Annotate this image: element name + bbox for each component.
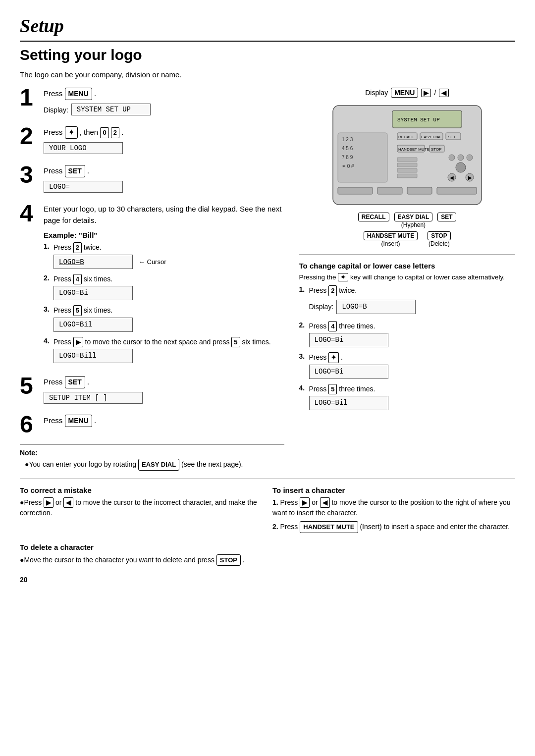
intro-text: The logo can be your company, division o… — [20, 70, 515, 79]
cap3-display: LOGO=Bi — [309, 365, 388, 379]
key-5-sub4: 5 — [231, 337, 240, 348]
capital-intro: Pressing the ✦ key will change to capita… — [299, 273, 516, 281]
step-1-number: 1 — [20, 86, 39, 109]
section-title: Setting your logo — [20, 47, 515, 63]
svg-text:HANDSET MUTE: HANDSET MUTE — [398, 147, 429, 152]
sub-step-4-4-content: Press ▶ to move the cursor to the next s… — [54, 337, 271, 366]
back-key-insert: ◀ — [320, 497, 330, 508]
key-2-sub1: 2 — [73, 242, 82, 253]
recall-label: RECALL — [358, 213, 389, 228]
example-title: Example: "Bill" — [44, 231, 284, 239]
sub-step-4-1-num: 1. — [44, 242, 51, 250]
note-section: Note: ●You can enter your logo by rotati… — [20, 444, 284, 471]
svg-point-20 — [467, 155, 473, 161]
set-key-label: SET — [437, 213, 456, 221]
svg-rect-32 — [407, 187, 432, 194]
sub-step-4-3-num: 3. — [44, 305, 51, 313]
step-1-content: Press MENU . Display: SYSTEM SET UP — [44, 88, 284, 119]
key-2: 2 — [111, 127, 119, 138]
step-6-text: Press MENU . — [44, 415, 284, 427]
set-label: SET — [437, 213, 456, 228]
svg-rect-31 — [377, 187, 402, 194]
note-title: Note: — [20, 449, 38, 457]
hash-key-cap3: ✦ — [328, 352, 339, 363]
page-title: Setup — [20, 15, 515, 42]
step-3-number: 3 — [20, 163, 39, 187]
back-key-correct: ◀ — [63, 497, 73, 508]
set-key-2: SET — [65, 376, 85, 388]
svg-text:1  2  3: 1 2 3 — [342, 137, 353, 142]
sub-step-4-1: 1. Press 2 twice. LOGO=B ← Cursor — [44, 242, 284, 271]
capital-sub-3: 3. Press ✦ . LOGO=Bi — [299, 352, 516, 381]
set-key-1: SET — [65, 165, 85, 177]
device-button-labels-row2: HANDSET MUTE (Insert) STOP (Delete) — [323, 231, 491, 247]
bottom-grid: To correct a mistake ●Press ▶ or ◀ to mo… — [20, 479, 515, 566]
capital-section: To change capital or lower case letters … — [299, 262, 516, 412]
capital-sub-1: 1. Press 2 twice. Display: LOGO=B — [299, 285, 516, 318]
menu-key-device: MENU — [391, 88, 418, 98]
easy-dial-label: EASY DIAL (Hyphen) — [394, 213, 433, 228]
step-5-text: Press SET . — [44, 376, 284, 388]
capital-sub-3-num: 3. — [299, 352, 306, 360]
sub-step-4-4: 4. Press ▶ to move the cursor to the nex… — [44, 337, 284, 366]
key-5-sub3: 5 — [73, 305, 82, 316]
forward-key-device: ▶ — [421, 89, 431, 97]
hash-key-1: ✦ — [65, 126, 78, 139]
svg-rect-30 — [338, 187, 373, 194]
step-5-display-row: SETUP ITEM [ ] — [44, 390, 284, 406]
step-4-number: 4 — [20, 202, 39, 225]
insert-char-title: To insert a character — [272, 486, 515, 494]
delete-label: (Delete) — [428, 240, 450, 247]
sub-step-4-2-content: Press 4 six times. LOGO=Bi — [54, 274, 133, 303]
step-1-display-row: Display: SYSTEM SET UP — [44, 102, 284, 117]
key-2-cap1: 2 — [328, 285, 337, 296]
step-5: 5 Press SET . SETUP ITEM [ ] — [20, 376, 284, 408]
correct-mistake-title: To correct a mistake — [20, 486, 263, 494]
svg-text:SET: SET — [448, 135, 456, 139]
step-1-text: Press MENU . — [44, 88, 284, 100]
stop-label: STOP (Delete) — [428, 231, 450, 247]
left-column: 1 Press MENU . Display: SYSTEM SET UP 2 — [20, 88, 284, 471]
step-1-display-label: Display: — [44, 106, 68, 114]
stop-key-label: STOP — [428, 231, 450, 240]
handset-mute-label: HANDSET MUTE (Insert) — [364, 231, 418, 247]
menu-key-1: MENU — [65, 88, 92, 100]
handset-mute-key-label: HANDSET MUTE — [364, 231, 418, 240]
divider-1 — [299, 254, 516, 255]
step-3-display-row: LOGO= — [44, 179, 284, 195]
sub-step-4-2: 2. Press 4 six times. LOGO=Bi — [44, 274, 284, 303]
svg-rect-33 — [437, 187, 477, 194]
step-6-content: Press MENU . — [44, 415, 284, 429]
step-6-number: 6 — [20, 413, 39, 436]
hyphen-label: (Hyphen) — [401, 221, 426, 228]
sub-step-4-2-num: 2. — [44, 274, 51, 282]
insert-char-section: To insert a character 1. Press ▶ or ◀ to… — [272, 486, 515, 533]
step-4: 4 Enter your logo, up to 30 characters, … — [20, 204, 284, 369]
step-2-text: Press ✦ , then 0 2 . — [44, 126, 284, 139]
svg-text:✶  0  #: ✶ 0 # — [342, 163, 354, 169]
svg-rect-29 — [397, 174, 417, 178]
step-2: 2 Press ✦ , then 0 2 . YOUR LOGO — [20, 126, 284, 158]
sub-step-4-3-content: Press 5 six times. LOGO=Bil — [54, 305, 133, 334]
back-key-device: ◀ — [439, 89, 449, 97]
capital-sub-1-num: 1. — [299, 285, 306, 293]
sub-step-4-4-num: 4. — [44, 337, 51, 345]
step-5-number: 5 — [20, 374, 39, 398]
sub-step-4-1-display-wrap: LOGO=B ← Cursor — [54, 253, 166, 271]
step-2-content: Press ✦ , then 0 2 . YOUR LOGO — [44, 126, 284, 158]
cap1-display: LOGO=B — [336, 300, 416, 314]
cursor-arrow: ← Cursor — [139, 258, 166, 266]
forward-key-correct: ▶ — [44, 497, 54, 508]
step-5-display-box: SETUP ITEM [ ] — [44, 392, 143, 404]
capital-sub-2-content: Press 4 three times. LOGO=Bi — [309, 321, 388, 350]
svg-text:7  8  9: 7 8 9 — [342, 155, 353, 160]
svg-text:4  5  6: 4 5 6 — [342, 146, 353, 151]
delete-char-text: ●Move the cursor to the character you wa… — [20, 554, 263, 566]
step-2-display-row: YOUR LOGO — [44, 141, 284, 156]
svg-point-18 — [449, 155, 455, 161]
sub-step-4-1-content: Press 2 twice. LOGO=B ← Cursor — [54, 242, 166, 271]
svg-text:EASY DIAL: EASY DIAL — [421, 135, 442, 139]
delete-char-title: To delete a character — [20, 543, 263, 551]
svg-point-21 — [456, 162, 466, 172]
step-4-content: Enter your logo, up to 30 characters, us… — [44, 204, 284, 369]
